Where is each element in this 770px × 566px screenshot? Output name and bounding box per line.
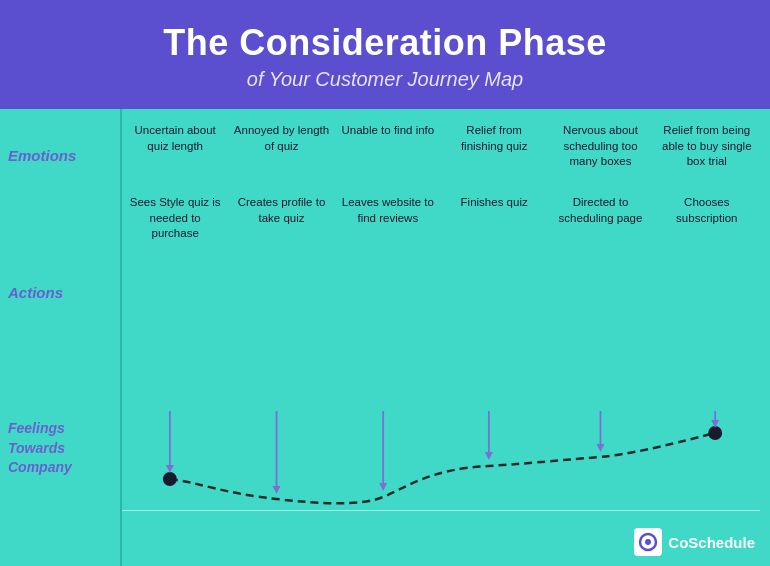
svg-marker-9 [485, 452, 493, 460]
journey-chart [122, 411, 760, 536]
actions-label: Actions [8, 284, 63, 302]
header-subtitle: of Your Customer Journey Map [20, 68, 750, 91]
header: The Consideration Phase of Your Customer… [0, 0, 770, 109]
action-text-1: Sees Style quiz is needed to purchase [122, 195, 228, 267]
svg-marker-3 [166, 465, 174, 473]
action-text-2: Creates profile to take quiz [228, 195, 334, 267]
content-area: Emotions Actions FeelingsTowardsCompany … [0, 109, 770, 566]
logo-icon [634, 528, 662, 556]
emotion-text-5: Nervous about scheduling too many boxes [547, 123, 653, 191]
chart-area: Uncertain about quiz length Sees Style q… [122, 109, 760, 566]
action-text-4: Finishes quiz [457, 195, 532, 267]
svg-marker-11 [597, 444, 605, 452]
emotion-text-2: Annoyed by length of quiz [228, 123, 334, 191]
emotions-label: Emotions [8, 147, 76, 165]
svg-point-0 [163, 472, 177, 486]
feelings-label: FeelingsTowardsCompany [8, 419, 72, 478]
svg-marker-5 [273, 486, 281, 494]
columns-container: Uncertain about quiz length Sees Style q… [122, 123, 760, 267]
action-text-5: Directed to scheduling page [547, 195, 653, 267]
svg-point-15 [645, 539, 651, 545]
section-labels: Emotions Actions FeelingsTowardsCompany [0, 109, 118, 566]
action-text-6: Chooses subscription [654, 195, 760, 267]
header-title: The Consideration Phase [20, 22, 750, 64]
column-6: Relief from being able to buy single box… [654, 123, 760, 267]
emotion-text-6: Relief from being able to buy single box… [654, 123, 760, 191]
svg-marker-7 [379, 483, 387, 491]
column-2: Annoyed by length of quiz Creates profil… [228, 123, 334, 267]
column-5: Nervous about scheduling too many boxes … [547, 123, 653, 267]
emotion-text-3: Unable to find info [337, 123, 438, 191]
main-container: The Consideration Phase of Your Customer… [0, 0, 770, 566]
action-text-3: Leaves website to find reviews [335, 195, 441, 267]
column-3: Unable to find info Leaves website to fi… [335, 123, 441, 267]
logo-area: CoSchedule [634, 528, 755, 556]
column-1: Uncertain about quiz length Sees Style q… [122, 123, 228, 267]
logo-text: CoSchedule [668, 534, 755, 551]
emotion-text-4: Relief from finishing quiz [441, 123, 547, 191]
column-4: Relief from finishing quiz Finishes quiz [441, 123, 547, 267]
emotion-text-1: Uncertain about quiz length [122, 123, 228, 191]
svg-point-1 [708, 426, 722, 440]
